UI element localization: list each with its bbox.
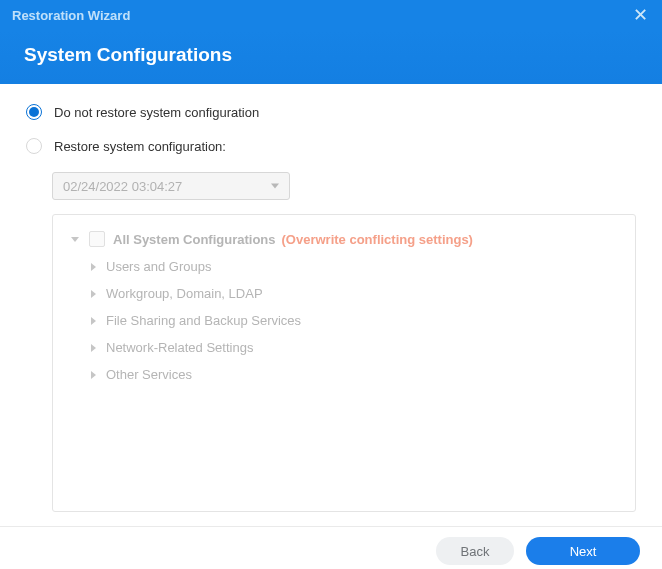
tree-child-other[interactable]: Other Services <box>91 367 617 382</box>
tree-child-label: Other Services <box>106 367 192 382</box>
option-restore[interactable]: Restore system configuration: <box>26 138 636 154</box>
tree-root-warning: (Overwrite conflicting settings) <box>282 232 473 247</box>
tree-child-workgroup[interactable]: Workgroup, Domain, LDAP <box>91 286 617 301</box>
restore-sub-area: 02/24/2022 03:04:27 All System Configura… <box>52 172 636 512</box>
close-icon[interactable]: ✕ <box>631 6 650 24</box>
back-button[interactable]: Back <box>436 537 514 565</box>
tree-child-network[interactable]: Network-Related Settings <box>91 340 617 355</box>
tree-root-row[interactable]: All System Configurations (Overwrite con… <box>71 231 617 247</box>
wizard-body: Do not restore system configuration Rest… <box>0 84 662 512</box>
tree-child-label: Users and Groups <box>106 259 212 274</box>
tree-child-users-groups[interactable]: Users and Groups <box>91 259 617 274</box>
config-tree-panel: All System Configurations (Overwrite con… <box>52 214 636 512</box>
version-dropdown[interactable]: 02/24/2022 03:04:27 <box>52 172 290 200</box>
tree-child-label: Network-Related Settings <box>106 340 253 355</box>
radio-icon-unselected <box>26 138 42 154</box>
option-restore-label: Restore system configuration: <box>54 139 226 154</box>
tree-child-file-sharing[interactable]: File Sharing and Backup Services <box>91 313 617 328</box>
tree-child-label: Workgroup, Domain, LDAP <box>106 286 263 301</box>
option-do-not-restore[interactable]: Do not restore system configuration <box>26 104 636 120</box>
radio-icon-selected <box>26 104 42 120</box>
chevron-right-icon <box>91 371 96 379</box>
wizard-footer: Back Next <box>0 526 662 569</box>
titlebar-title: Restoration Wizard <box>12 8 130 23</box>
chevron-right-icon <box>91 317 96 325</box>
tree-root-label: All System Configurations <box>113 232 276 247</box>
tree-root-checkbox[interactable] <box>89 231 105 247</box>
next-button[interactable]: Next <box>526 537 640 565</box>
chevron-right-icon <box>91 344 96 352</box>
chevron-down-icon <box>271 184 279 189</box>
tree-child-label: File Sharing and Backup Services <box>106 313 301 328</box>
wizard-header: System Configurations <box>0 30 662 84</box>
option-do-not-restore-label: Do not restore system configuration <box>54 105 259 120</box>
version-dropdown-value: 02/24/2022 03:04:27 <box>63 179 182 194</box>
chevron-right-icon <box>91 290 96 298</box>
titlebar: Restoration Wizard ✕ <box>0 0 662 30</box>
chevron-right-icon <box>91 263 96 271</box>
page-title: System Configurations <box>24 44 638 66</box>
chevron-down-icon <box>71 237 79 242</box>
